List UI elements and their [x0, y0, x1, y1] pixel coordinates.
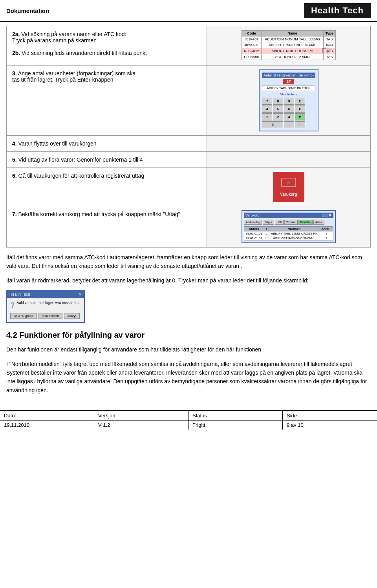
page-footer: Dato: Versjon: Status Side 19.11.2010 V …	[0, 410, 377, 430]
dialog-buttons: Se ATC grupp Visa historik Avbryt	[7, 313, 84, 322]
col-name: Name	[262, 31, 324, 36]
toolbar-btn-add[interactable]: Addera dag	[244, 220, 262, 225]
numpad-btn-3[interactable]: 3	[284, 113, 294, 120]
step-6-text: 6. Gå till varukurgen för att kontroller…	[7, 168, 207, 206]
col-t: T	[264, 227, 269, 231]
col-type: Type	[323, 31, 335, 36]
step-7-text: 7. Bekräfta korrekt varukorg med att try…	[7, 206, 207, 248]
cart-svg-icon: 🛒	[281, 177, 296, 191]
step-6-image: 🛒 Varukorg	[207, 168, 370, 206]
toolbar-btn-view[interactable]: Håll	[275, 220, 284, 225]
col-code: Code	[242, 31, 261, 36]
numpad-history-link: Visa historik	[262, 93, 315, 96]
table-row: 4. Varan flyttas över till varukorgen	[7, 136, 371, 152]
numpad-btn-c2[interactable]: C	[295, 106, 305, 113]
numpad-btn-6[interactable]: 6	[284, 106, 294, 113]
step-4-label: 4. Varan flyttas över till varukorgen	[12, 140, 97, 147]
doc-label: Dokumentation	[6, 7, 49, 14]
table-row: 7. Bekräfta korrekt varukorg med att try…	[7, 206, 371, 248]
step-4-text: 4. Varan flyttas över till varukorgen	[7, 136, 207, 152]
dialog-btn-atc[interactable]: Se ATC grupp	[10, 313, 37, 319]
cart-row: 99.02.01.02 L ABELCET INFKONC 5MG/ML 3	[244, 236, 333, 241]
hand-pointer-icon: ☞	[321, 44, 333, 58]
toolbar-btn-confirm[interactable]: Bekräfta	[298, 220, 313, 225]
cart-screen-mock: Varukorg □ □ ✖ Addera dag Säger Håll Til…	[242, 210, 336, 243]
step-2a-image: Code Name Type J01FA01 ABBOTICIN NOVUM T…	[207, 26, 370, 66]
footer-label-side: Side	[283, 411, 377, 420]
footer-value-side: 9 av 10	[283, 421, 377, 430]
section-42-heading: 4.2 Funktioner för påfyllning av varor	[6, 331, 371, 340]
numpad-mock: Antal till veruskergen (Se v-info) ST AB…	[259, 69, 318, 131]
dialog-title: Health Tech	[9, 292, 30, 297]
cart-screen-title: Varukorg □ □ ✖	[244, 213, 333, 218]
close-icon[interactable]: ✕	[79, 292, 82, 297]
dialog-titlebar: Health Tech ✕	[7, 291, 84, 298]
table-row: 6. Gå till varukurgen för att kontroller…	[7, 168, 371, 206]
cart-label: Varukorg	[280, 192, 297, 197]
step-7-label: 7. Bekräfta korrekt varukorg med att try…	[12, 211, 180, 217]
footer-value-status: Frigitt	[188, 421, 283, 430]
numpad-st-label: ST	[283, 79, 294, 84]
numpad-btn-dot[interactable]: .	[284, 121, 294, 128]
numpad-btn-1[interactable]: 1	[262, 113, 272, 120]
numpad-btn-7[interactable]: 7	[262, 98, 272, 105]
col-antal: Antal ↑	[320, 227, 333, 231]
step-7-image: Varukorg □ □ ✖ Addera dag Säger Håll Til…	[207, 206, 370, 248]
table-row: 3. Ange antal varuenheter (förpackningar…	[7, 66, 371, 136]
dialog-btn-cancel[interactable]: Avbryt	[64, 313, 80, 319]
footer-label-versjon: Versjon:	[94, 411, 188, 420]
step-2a-text: 2a. Vid sökning på varans namn eller ATC…	[7, 26, 207, 66]
step-3-image: Antal till veruskergen (Se v-info) ST AB…	[207, 66, 370, 136]
toolbar-btn-back[interactable]: Tillbaka	[284, 220, 298, 225]
brand-logo: Health Tech	[304, 3, 371, 18]
step-2a-label: 2a. Vid sökning på varans namn eller ATC…	[12, 31, 147, 56]
numpad-btn-back[interactable]: ←	[295, 121, 305, 128]
numpad-btn-4[interactable]: 4	[262, 106, 272, 113]
step-3-label: 3. Ange antal varuenheter (förpackningar…	[12, 70, 135, 83]
cart-table-mock: Adress T Varunen Antal ↑ 99.02.01.03 L	[244, 226, 333, 241]
step-5-text: 5. Vid uttag av flera varor: Genomför pu…	[7, 152, 207, 168]
cart-icon-wrap: 🛒 Varukorg	[273, 172, 304, 202]
table-row: 2a. Vid sökning på varans namn eller ATC…	[7, 26, 371, 66]
numpad-product-name: ABILIFY TABL 30MG BRISTOL	[262, 85, 315, 91]
numpad-title: Antal till veruskergen (Se v-info)	[262, 73, 315, 78]
body-para-2: Ifall varan är rödmarkerad, betyder det …	[6, 276, 371, 285]
dialog-mock: Health Tech ✕ ? Vald vara är inte i lage…	[6, 290, 85, 323]
dialog-btn-history[interactable]: Visa historik	[38, 313, 62, 319]
section-42-para-2: I "Norrbottenmodellen" fylls lagret upp …	[6, 360, 371, 395]
footer-values: 19.11.2010 V 1.2 Frigitt 9 av 10	[0, 421, 377, 430]
step-6-label: 6. Gå till varukurgen för att kontroller…	[12, 173, 144, 179]
page-header: Dokumentation Health Tech	[0, 0, 377, 22]
step-3-text: 3. Ange antal varuenheter (förpackningar…	[7, 66, 207, 136]
footer-value-dato: 19.11.2010	[0, 421, 94, 430]
step-5-image	[207, 152, 370, 168]
numpad-grid: 7 8 9 C 4 5 6 C 1 2 3 ↵ 0	[262, 98, 315, 128]
numpad-btn-5[interactable]: 5	[273, 106, 283, 113]
step-5-label: 5. Vid uttag av flera varor: Genomför pu…	[12, 157, 143, 163]
numpad-btn-c1[interactable]: C	[295, 98, 305, 105]
footer-value-versjon: V 1.2	[94, 421, 188, 430]
toolbar-btn-save[interactable]: Säger	[263, 220, 274, 225]
svg-text:🛒: 🛒	[286, 180, 291, 185]
cart-icon-box: 🛒 Varukorg	[273, 172, 304, 202]
body-para-1: Ifall det finns varor med samma ATC-kod …	[6, 253, 371, 271]
main-content: 2a. Vid sökning på varans namn eller ATC…	[0, 22, 377, 404]
col-varunen: Varunen	[269, 227, 320, 231]
dialog-body: ? Vald vara är inte i lager. Hva önskar …	[7, 298, 84, 313]
numpad-btn-enter[interactable]: ↵	[295, 113, 305, 120]
dialog-container: Health Tech ✕ ? Vald vara är inte i lage…	[6, 290, 371, 323]
footer-label-dato: Dato:	[0, 411, 94, 420]
dialog-message: Vald vara är inte i lager. Hva önskar du…	[17, 301, 81, 305]
numpad-btn-2[interactable]: 2	[273, 113, 283, 120]
info-icon: ?	[10, 301, 15, 310]
numpad-btn-8[interactable]: 8	[273, 98, 283, 105]
step-4-image	[207, 136, 370, 152]
steps-table: 2a. Vid sökning på varans namn eller ATC…	[6, 26, 371, 248]
section-42-para-1: Den här funktionen är endast tillgänglig…	[6, 345, 371, 354]
col-addr: Adress	[244, 227, 264, 231]
cart-screen-toolbar: Addera dag Säger Håll Tillbaka Bekräfta …	[244, 220, 333, 225]
numpad-btn-9[interactable]: 9	[284, 98, 294, 105]
toolbar-btn-advor[interactable]: Advor	[313, 220, 324, 225]
footer-labels: Dato: Versjon: Status Side	[0, 411, 377, 421]
numpad-btn-0[interactable]: 0	[262, 121, 283, 128]
